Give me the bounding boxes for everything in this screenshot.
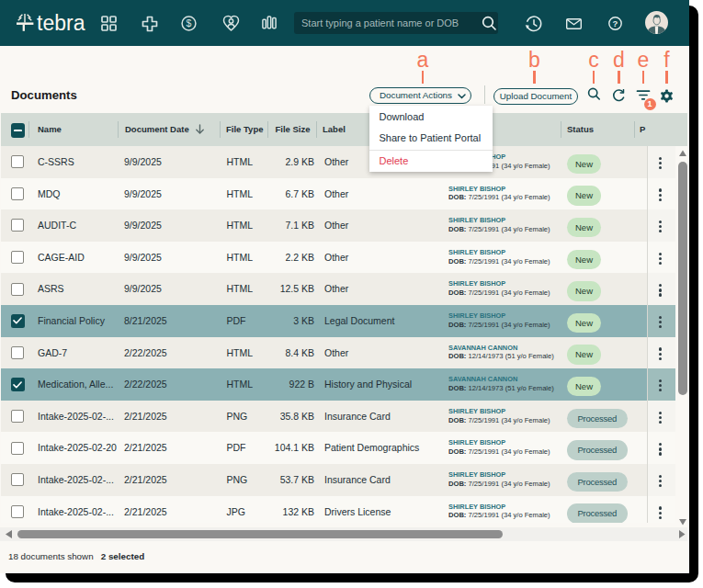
svg-text:?: ?: [613, 18, 618, 28]
svg-text:$: $: [187, 17, 192, 28]
